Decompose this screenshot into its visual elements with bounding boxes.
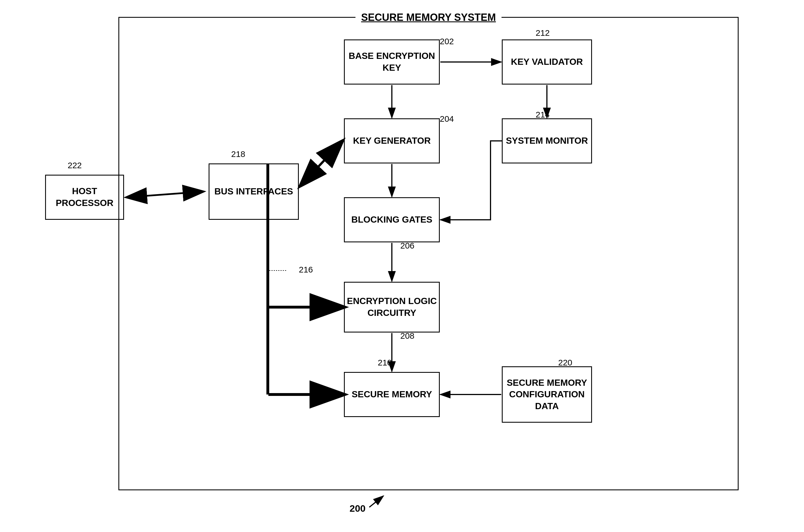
- secure-memory-system-title: SECURE MEMORY SYSTEM: [355, 12, 502, 23]
- blocking-gates-box: BLOCKING GATES: [344, 197, 440, 242]
- system-monitor-box: SYSTEM MONITOR: [502, 118, 592, 164]
- secure-memory-system-border: SECURE MEMORY SYSTEM: [118, 17, 738, 490]
- key-validator-label: KEY VALIDATOR: [511, 56, 583, 68]
- key-generator-box: KEY GENERATOR: [344, 118, 440, 164]
- ref-206: 206: [400, 241, 414, 250]
- bus-interfaces-box: BUS INTERFACES: [209, 164, 299, 220]
- ref-218: 218: [231, 149, 245, 159]
- ref-202: 202: [440, 37, 454, 46]
- key-validator-box: KEY VALIDATOR: [502, 39, 592, 84]
- ref-212: 212: [536, 28, 550, 38]
- secure-memory-config-box: SECURE MEMORY CONFIGURATION DATA: [502, 366, 592, 423]
- blocking-gates-label: BLOCKING GATES: [351, 214, 432, 226]
- ref-208: 208: [400, 331, 414, 341]
- base-encryption-key-label: BASE ENCRYPTION KEY: [345, 50, 439, 74]
- svg-line-19: [369, 496, 384, 507]
- bus-interfaces-label: BUS INTERFACES: [214, 186, 293, 197]
- ref-214: 214: [536, 110, 550, 119]
- secure-memory-config-label: SECURE MEMORY CONFIGURATION DATA: [503, 377, 591, 412]
- ref-220: 220: [558, 358, 572, 367]
- host-processor-label: HOST PROCESSOR: [46, 185, 123, 209]
- base-encryption-key-box: BASE ENCRYPTION KEY: [344, 39, 440, 84]
- diagram-container: HOST PROCESSOR 222 SECURE MEMORY SYSTEM …: [45, 11, 758, 513]
- host-processor-box: HOST PROCESSOR: [45, 175, 124, 220]
- ref-222: 222: [68, 160, 82, 170]
- encryption-logic-label: ENCRYPTION LOGIC CIRCUITRY: [345, 295, 439, 319]
- ref-216: 216: [299, 265, 313, 274]
- secure-memory-label: SECURE MEMORY: [352, 388, 432, 400]
- system-monitor-label: SYSTEM MONITOR: [506, 135, 588, 147]
- ref-210: 210: [378, 358, 392, 367]
- encryption-logic-box: ENCRYPTION LOGIC CIRCUITRY: [344, 282, 440, 332]
- key-generator-label: KEY GENERATOR: [353, 135, 431, 147]
- figure-number: 200: [350, 503, 366, 514]
- secure-memory-box: SECURE MEMORY: [344, 372, 440, 417]
- ref-204: 204: [440, 114, 454, 124]
